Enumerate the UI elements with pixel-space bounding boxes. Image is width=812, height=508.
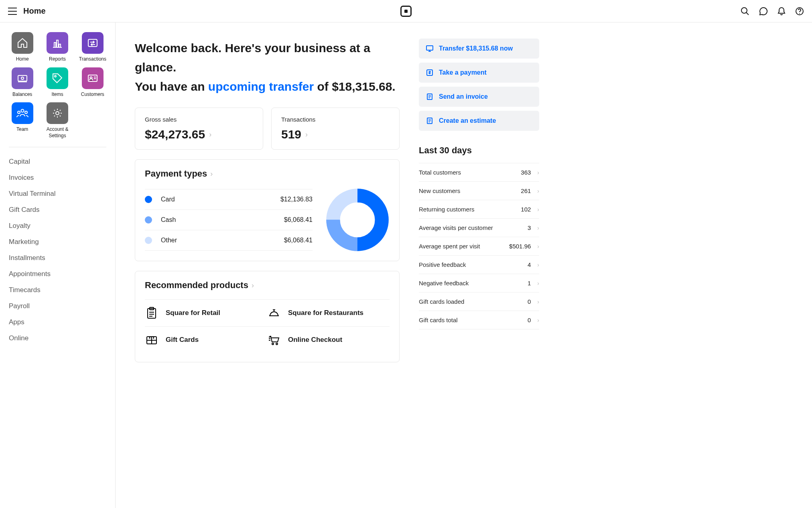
- svg-point-14: [56, 112, 59, 115]
- stat-gift-loaded[interactable]: Gift cards loaded0›: [419, 293, 539, 311]
- chevron-right-icon: ›: [537, 188, 539, 194]
- nav-installments[interactable]: Installments: [9, 250, 106, 266]
- nav-invoices[interactable]: Invoices: [9, 170, 106, 186]
- svg-rect-23: [426, 46, 433, 50]
- gross-sales-card[interactable]: Gross sales $24,273.65›: [135, 108, 263, 150]
- upcoming-transfer-link[interactable]: upcoming transfer: [208, 80, 314, 93]
- tile-items[interactable]: Items: [44, 67, 71, 98]
- page-title: Home: [23, 6, 46, 16]
- recommended-title[interactable]: Recommended products ›: [145, 280, 390, 291]
- reports-icon: [47, 32, 68, 54]
- svg-point-12: [18, 111, 20, 114]
- nav-virtual-terminal[interactable]: Virtual Terminal: [9, 186, 106, 202]
- nav-list: Capital Invoices Virtual Terminal Gift C…: [9, 154, 106, 346]
- stat-new-customers[interactable]: New customers261›: [419, 182, 539, 200]
- divider: [9, 147, 106, 147]
- nav-online[interactable]: Online: [9, 330, 106, 346]
- svg-point-13: [25, 111, 27, 114]
- invoice-icon: [426, 93, 433, 100]
- bell-icon[interactable]: [777, 7, 786, 16]
- svg-rect-6: [18, 75, 27, 81]
- chevron-right-icon: ›: [537, 206, 539, 213]
- svg-point-8: [55, 75, 56, 77]
- legend-dot-other: [145, 237, 152, 244]
- tile-transactions[interactable]: Transactions: [79, 32, 106, 63]
- balances-icon: [12, 67, 33, 89]
- customers-icon: [82, 67, 104, 89]
- svg-point-7: [21, 77, 24, 79]
- transactions-card[interactable]: Transactions 519›: [271, 108, 400, 150]
- chevron-right-icon: ›: [305, 130, 308, 139]
- dollar-icon: [426, 69, 433, 76]
- sidebar: Home Reports Transactions Balances: [0, 22, 116, 508]
- chevron-right-icon: ›: [537, 280, 539, 287]
- action-create-estimate[interactable]: Create an estimate: [419, 111, 539, 131]
- payment-types-title[interactable]: Payment types ›: [145, 169, 390, 179]
- help-icon[interactable]: [795, 7, 804, 16]
- chat-icon[interactable]: [759, 7, 768, 16]
- square-logo-icon[interactable]: [400, 6, 412, 17]
- rec-square-retail[interactable]: Square for Retail: [145, 299, 267, 326]
- payment-types-panel: Payment types › Card $12,136.83 Cash: [135, 159, 400, 261]
- tile-customers[interactable]: Customers: [79, 67, 106, 98]
- menu-icon[interactable]: [8, 8, 17, 15]
- tile-team[interactable]: Team: [9, 102, 36, 139]
- svg-point-10: [90, 77, 92, 79]
- bell-service-icon: [267, 306, 281, 320]
- chevron-right-icon: ›: [537, 243, 539, 250]
- nav-gift-cards[interactable]: Gift Cards: [9, 202, 106, 218]
- chevron-right-icon: ›: [209, 130, 211, 139]
- estimate-icon: [426, 117, 433, 124]
- chevron-right-icon: ›: [537, 317, 539, 323]
- payment-row-other: Other $6,068.41: [145, 230, 313, 251]
- chevron-right-icon: ›: [537, 169, 539, 176]
- svg-point-21: [272, 343, 274, 345]
- stat-positive-feedback[interactable]: Positive feedback4›: [419, 256, 539, 274]
- payment-row-cash: Cash $6,068.41: [145, 210, 313, 230]
- chevron-right-icon: ›: [252, 281, 254, 290]
- legend-dot-cash: [145, 216, 152, 224]
- rec-square-restaurants[interactable]: Square for Restaurants: [267, 299, 390, 326]
- svg-rect-1: [404, 10, 408, 13]
- chevron-right-icon: ›: [537, 262, 539, 268]
- nav-marketing[interactable]: Marketing: [9, 234, 106, 250]
- chevron-right-icon: ›: [537, 225, 539, 231]
- chevron-right-icon: ›: [210, 170, 213, 178]
- stat-negative-feedback[interactable]: Negative feedback1›: [419, 274, 539, 293]
- cart-icon: [267, 333, 281, 347]
- action-send-invoice[interactable]: Send an invoice: [419, 87, 539, 107]
- nav-payroll[interactable]: Payroll: [9, 298, 106, 314]
- gift-icon: [145, 333, 158, 347]
- action-transfer-now[interactable]: Transfer $18,315.68 now: [419, 39, 539, 59]
- rec-gift-cards[interactable]: Gift Cards: [145, 326, 267, 353]
- stat-avg-spent[interactable]: Average spent per visit$501.96›: [419, 237, 539, 256]
- nav-apps[interactable]: Apps: [9, 314, 106, 330]
- nav-timecards[interactable]: Timecards: [9, 282, 106, 298]
- nav-appointments[interactable]: Appointments: [9, 266, 106, 282]
- svg-point-2: [741, 8, 747, 13]
- transactions-icon: [82, 32, 104, 54]
- welcome-headline: Welcome back. Here's your business at a …: [135, 39, 400, 96]
- stat-avg-visits[interactable]: Average visits per customer3›: [419, 219, 539, 237]
- tile-balances[interactable]: Balances: [9, 67, 36, 98]
- chevron-right-icon: ›: [537, 299, 539, 305]
- svg-point-22: [276, 343, 278, 345]
- clipboard-icon: [145, 306, 158, 320]
- stat-returning-customers[interactable]: Returning customers102›: [419, 200, 539, 219]
- rec-online-checkout[interactable]: Online Checkout: [267, 326, 390, 353]
- tile-home[interactable]: Home: [9, 32, 36, 63]
- stat-gift-total[interactable]: Gift cards total0›: [419, 311, 539, 329]
- svg-point-4: [799, 13, 800, 14]
- legend-dot-card: [145, 196, 152, 203]
- payment-row-card: Card $12,136.83: [145, 189, 313, 210]
- action-take-payment[interactable]: Take a payment: [419, 63, 539, 83]
- nav-capital[interactable]: Capital: [9, 154, 106, 170]
- svg-rect-5: [88, 39, 97, 47]
- tile-account-settings[interactable]: Account & Settings: [44, 102, 71, 139]
- payment-types-donut-chart: [325, 188, 390, 252]
- search-icon[interactable]: [741, 7, 749, 16]
- tile-reports[interactable]: Reports: [44, 32, 71, 63]
- stat-total-customers[interactable]: Total customers363›: [419, 163, 539, 182]
- gear-icon: [47, 102, 68, 124]
- nav-loyalty[interactable]: Loyalty: [9, 218, 106, 234]
